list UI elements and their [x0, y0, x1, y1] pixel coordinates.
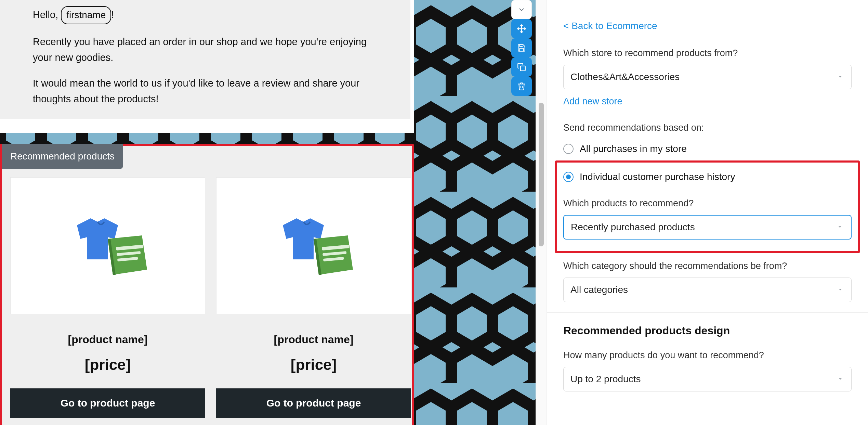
tshirt-book-icon	[63, 208, 152, 283]
toolbar-duplicate-button[interactable]	[511, 57, 532, 77]
email-message-block[interactable]: Hello, firstname! Recently you have plac…	[0, 0, 410, 119]
highlight-group: Individual customer purchase history Whi…	[555, 160, 860, 253]
product-cta-button[interactable]: Go to product page	[10, 388, 205, 418]
merge-tag-firstname[interactable]: firstname	[61, 6, 111, 24]
product-image-placeholder	[216, 177, 411, 314]
message-wrapper: Hello, firstname! Recently you have plac…	[0, 0, 414, 133]
product-image-placeholder	[10, 177, 205, 314]
toolbar-save-button[interactable]	[511, 38, 532, 57]
toolbar-delete-button[interactable]	[511, 77, 532, 96]
chevron-down-icon	[837, 222, 843, 233]
product-card: [product name] [price] Go to product pag…	[10, 177, 205, 418]
greeting-suffix: !	[111, 9, 114, 20]
chevron-down-icon	[517, 5, 526, 14]
product-name: [product name]	[68, 333, 148, 346]
app-root: Hello, firstname! Recently you have plac…	[0, 0, 868, 425]
section-divider	[547, 312, 868, 313]
block-toolbar	[511, 0, 532, 96]
email-column: Hello, firstname! Recently you have plac…	[0, 0, 414, 425]
chevron-down-icon	[837, 72, 844, 82]
tshirt-book-icon	[269, 208, 358, 283]
store-select[interactable]: Clothes&Art&Accessories	[563, 65, 852, 89]
greeting-prefix: Hello,	[33, 9, 61, 20]
product-price: [price]	[291, 356, 337, 373]
settings-sidebar: < Back to Ecommerce Which store to recom…	[547, 0, 868, 425]
category-select[interactable]: All categories	[563, 278, 852, 302]
scrollbar-thumb[interactable]	[539, 103, 544, 246]
back-to-ecommerce-link[interactable]: < Back to Ecommerce	[563, 21, 657, 31]
how-many-value: Up to 2 products	[570, 374, 641, 385]
radio-all-label: All purchases in my store	[580, 143, 687, 154]
chevron-down-icon	[837, 374, 844, 385]
category-select-value: All categories	[570, 284, 628, 295]
product-name: [product name]	[274, 333, 354, 346]
pattern-gap	[0, 133, 414, 144]
add-new-store-link[interactable]: Add new store	[563, 96, 622, 107]
product-cta-button[interactable]: Go to product page	[216, 388, 411, 418]
recommended-products-tag: Recommended products	[2, 144, 123, 169]
store-label: Which store to recommend products from?	[563, 48, 852, 59]
basis-label: Send recommendations based on:	[563, 123, 852, 133]
how-many-select[interactable]: Up to 2 products	[563, 367, 852, 391]
recommended-products-block[interactable]: Recommended products	[0, 144, 414, 425]
radio-individual-label: Individual customer purchase history	[580, 171, 735, 182]
message-paragraph-3: It would mean the world to us if you'd l…	[33, 75, 378, 107]
radio-icon[interactable]	[563, 144, 574, 154]
product-card: [product name] [price] Go to product pag…	[216, 177, 411, 418]
toolbar-move-button[interactable]	[511, 19, 532, 38]
product-price: [price]	[85, 356, 131, 373]
svg-rect-10	[521, 66, 525, 71]
radio-icon[interactable]	[563, 172, 574, 182]
category-label: Which category should the recommendation…	[563, 261, 852, 271]
product-grid: [product name] [price] Go to product pag…	[2, 146, 412, 425]
message-paragraph-2: Recently you have placed an order in our…	[33, 34, 378, 66]
which-products-value: Recently purchased products	[571, 222, 695, 233]
email-canvas: Hello, firstname! Recently you have plac…	[0, 0, 547, 425]
which-products-label: Which products to recommend?	[563, 198, 852, 209]
radio-all-purchases[interactable]: All purchases in my store	[563, 139, 852, 158]
design-section-title: Recommended products design	[563, 324, 852, 337]
move-icon	[517, 24, 526, 34]
radio-individual-history[interactable]: Individual customer purchase history	[563, 167, 852, 186]
which-products-select[interactable]: Recently purchased products	[563, 215, 852, 240]
how-many-label: How many products do you want to recomme…	[563, 350, 852, 361]
canvas-scrollbar[interactable]	[536, 0, 547, 425]
trash-icon	[517, 82, 526, 91]
toolbar-collapse-button[interactable]	[511, 0, 532, 19]
duplicate-icon	[517, 63, 526, 72]
store-select-value: Clothes&Art&Accessories	[570, 72, 680, 82]
save-icon	[517, 43, 526, 52]
chevron-down-icon	[837, 284, 844, 295]
greeting-line: Hello, firstname!	[33, 6, 378, 24]
